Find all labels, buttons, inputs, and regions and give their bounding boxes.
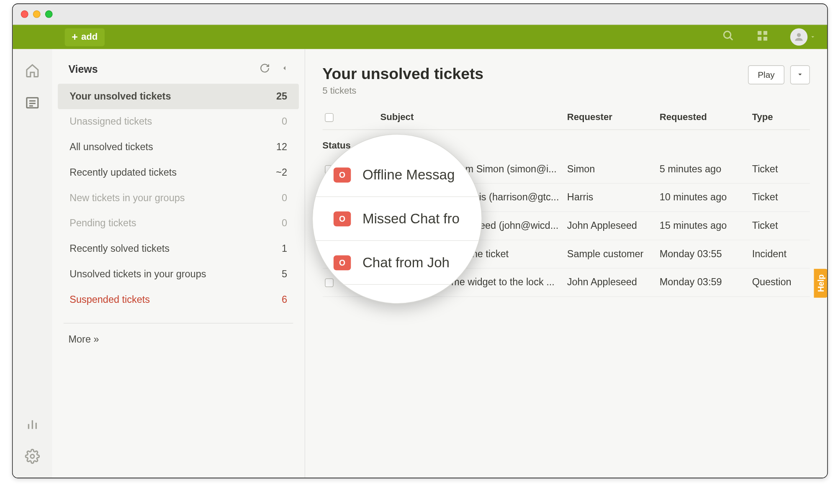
col-subject[interactable]: Subject bbox=[380, 112, 567, 123]
page-subtitle: 5 tickets bbox=[322, 85, 483, 96]
collapse-icon[interactable] bbox=[280, 63, 288, 76]
row-requester: John Appleseed bbox=[567, 276, 660, 288]
svg-rect-5 bbox=[763, 37, 767, 41]
status-badge: O bbox=[334, 167, 351, 182]
row-type: Ticket bbox=[752, 192, 810, 203]
row-type: Question bbox=[752, 276, 810, 288]
view-count: 25 bbox=[276, 91, 287, 102]
window-maximize-dot[interactable] bbox=[45, 10, 53, 18]
row-requested: 5 minutes ago bbox=[660, 164, 752, 175]
add-button[interactable]: + add bbox=[65, 28, 105, 46]
sidebar-title: Views bbox=[68, 63, 98, 75]
reports-icon[interactable] bbox=[25, 417, 40, 434]
sidebar-view-item[interactable]: Pending tickets0 bbox=[58, 211, 299, 236]
window-close-dot[interactable] bbox=[21, 10, 28, 18]
row-requester: Harris bbox=[567, 192, 660, 203]
page-title: Your unsolved tickets bbox=[322, 65, 483, 83]
view-count: ~2 bbox=[276, 167, 287, 179]
row-requested: 10 minutes ago bbox=[660, 192, 752, 203]
svg-rect-4 bbox=[758, 37, 761, 41]
svg-line-1 bbox=[730, 37, 733, 40]
help-tab[interactable]: Help bbox=[814, 269, 828, 298]
view-label: Pending tickets bbox=[69, 218, 136, 230]
magnifier-text: Missed Chat fro bbox=[362, 210, 460, 227]
topbar: + add bbox=[13, 25, 827, 49]
row-requester: Sample customer bbox=[567, 248, 660, 260]
apps-icon[interactable] bbox=[757, 30, 769, 44]
view-list: Your unsolved tickets25Unassigned ticket… bbox=[52, 84, 305, 312]
sidebar-view-item[interactable]: Recently solved tickets1 bbox=[58, 236, 299, 262]
magnifier-overlay: OOffline MessagOMissed Chat froOChat fro… bbox=[312, 134, 482, 304]
view-label: Unassigned tickets bbox=[69, 116, 152, 128]
magnifier-row: OMissed Chat fro bbox=[313, 197, 481, 241]
row-requested: Monday 03:55 bbox=[660, 248, 752, 260]
nav-rail bbox=[13, 49, 52, 478]
table-header: Subject Requester Requested Type bbox=[322, 96, 810, 130]
sidebar: Views Your unsolved tickets25Unassigned … bbox=[52, 49, 305, 478]
sidebar-view-item[interactable]: Suspended tickets6 bbox=[58, 287, 299, 312]
plus-icon: + bbox=[72, 31, 78, 43]
home-icon[interactable] bbox=[25, 63, 40, 80]
play-button[interactable]: Play bbox=[748, 65, 784, 84]
col-requester[interactable]: Requester bbox=[567, 112, 660, 123]
view-count: 12 bbox=[276, 141, 287, 153]
window-minimize-dot[interactable] bbox=[33, 10, 41, 18]
row-type: Ticket bbox=[752, 220, 810, 232]
titlebar bbox=[13, 4, 827, 25]
svg-point-0 bbox=[724, 31, 730, 38]
view-count: 1 bbox=[282, 243, 287, 255]
view-label: Recently solved tickets bbox=[69, 243, 170, 255]
view-count: 0 bbox=[282, 218, 287, 230]
views-more-link[interactable]: More » bbox=[52, 323, 305, 356]
sidebar-view-item[interactable]: All unsolved tickets12 bbox=[58, 135, 299, 160]
view-count: 0 bbox=[282, 116, 287, 128]
magnifier-row: OChat from Joh bbox=[313, 241, 481, 285]
view-count: 0 bbox=[282, 192, 287, 204]
profile-menu[interactable] bbox=[790, 28, 816, 46]
view-count: 5 bbox=[282, 269, 287, 280]
svg-point-14 bbox=[31, 455, 34, 458]
col-requested[interactable]: Requested bbox=[660, 112, 752, 123]
sidebar-view-item[interactable]: Your unsolved tickets25 bbox=[58, 84, 299, 109]
row-requested: 15 minutes ago bbox=[660, 220, 752, 232]
search-icon[interactable] bbox=[722, 29, 735, 44]
row-requester: John Appleseed bbox=[567, 220, 660, 232]
view-label: Recently updated tickets bbox=[69, 167, 177, 179]
select-all-checkbox[interactable] bbox=[325, 113, 334, 122]
status-badge: O bbox=[334, 255, 351, 270]
add-button-label: add bbox=[81, 32, 98, 42]
row-requested: Monday 03:59 bbox=[660, 276, 752, 288]
view-label: All unsolved tickets bbox=[69, 141, 153, 153]
sidebar-view-item[interactable]: Unassigned tickets0 bbox=[58, 109, 299, 135]
play-options-button[interactable] bbox=[790, 65, 810, 84]
row-type: Incident bbox=[752, 248, 810, 260]
magnifier-text: Offline Messag bbox=[362, 166, 455, 183]
sidebar-view-item[interactable]: Recently updated tickets~2 bbox=[58, 160, 299, 186]
row-type: Ticket bbox=[752, 164, 810, 175]
col-type[interactable]: Type bbox=[752, 112, 810, 123]
magnifier-row: OOffline Messag bbox=[313, 153, 481, 197]
refresh-icon[interactable] bbox=[260, 63, 270, 76]
view-count: 6 bbox=[282, 294, 287, 306]
svg-rect-2 bbox=[758, 31, 761, 35]
view-label: Unsolved tickets in your groups bbox=[69, 269, 206, 280]
row-checkbox[interactable] bbox=[325, 278, 334, 287]
row-requester: Simon bbox=[567, 164, 660, 175]
sidebar-view-item[interactable]: Unsolved tickets in your groups5 bbox=[58, 262, 299, 287]
svg-rect-3 bbox=[763, 31, 767, 35]
status-badge: O bbox=[334, 211, 351, 226]
settings-icon[interactable] bbox=[25, 449, 40, 466]
view-label: Suspended tickets bbox=[69, 294, 150, 306]
magnifier-text: Chat from Joh bbox=[362, 254, 450, 271]
svg-point-6 bbox=[797, 33, 801, 37]
sidebar-view-item[interactable]: New tickets in your groups0 bbox=[58, 185, 299, 211]
avatar-icon bbox=[790, 28, 807, 46]
view-label: New tickets in your groups bbox=[69, 192, 185, 204]
view-label: Your unsolved tickets bbox=[69, 91, 171, 102]
chevron-down-icon bbox=[810, 32, 816, 42]
views-icon[interactable] bbox=[25, 95, 40, 113]
